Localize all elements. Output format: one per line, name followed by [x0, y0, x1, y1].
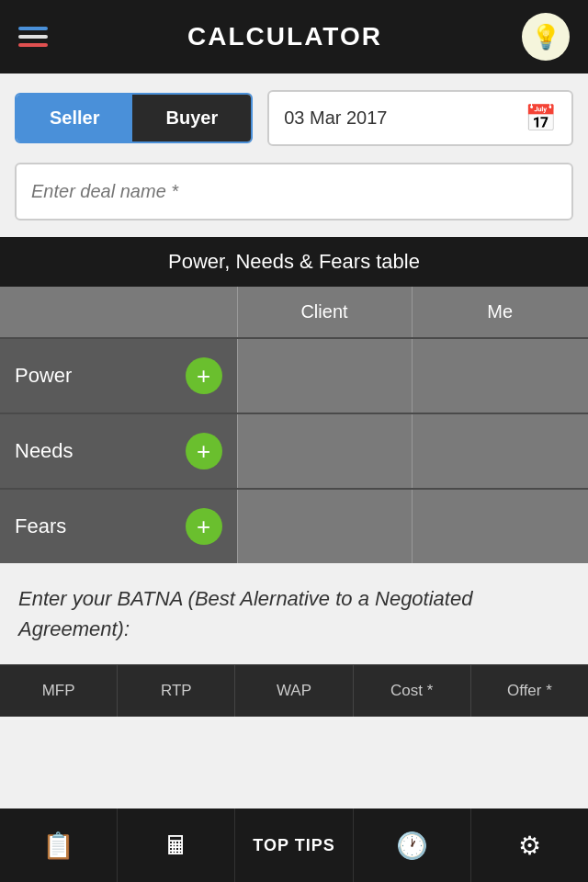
- add-row-button[interactable]: +: [186, 433, 222, 469]
- me-cell[interactable]: [412, 338, 588, 413]
- client-cell[interactable]: [237, 338, 412, 413]
- header: CALCULATOR 💡: [0, 0, 588, 74]
- nav-item-top-tips[interactable]: TOP TIPS: [235, 808, 353, 882]
- table-row: Needs +: [0, 413, 588, 489]
- avatar-icon: 💡: [531, 23, 560, 51]
- nav-item-settings[interactable]: ⚙: [471, 808, 588, 882]
- bottom-tabs: MFPRTPWAPCost *Offer *: [0, 664, 588, 717]
- nav-bar: 📋🖩TOP TIPS🕐⚙: [0, 808, 588, 882]
- deal-name-input[interactable]: [15, 163, 573, 220]
- buyer-button[interactable]: Buyer: [132, 95, 251, 141]
- client-cell[interactable]: [237, 413, 412, 489]
- row-label-cell: Fears +: [0, 489, 237, 563]
- pnf-table: Client Me Power + Needs + Fears +: [0, 287, 588, 563]
- top-controls: Seller Buyer 03 Mar 2017 📅: [0, 74, 588, 163]
- client-cell[interactable]: [237, 489, 412, 563]
- table-row: Fears +: [0, 489, 588, 563]
- nav-item-history[interactable]: 🕐: [354, 808, 471, 882]
- col-header-client: Client: [237, 287, 412, 338]
- add-row-button[interactable]: +: [186, 508, 222, 545]
- me-cell[interactable]: [412, 413, 588, 489]
- row-label-cell: Needs +: [0, 413, 237, 489]
- seller-buyer-toggle: Seller Buyer: [15, 93, 253, 143]
- row-label-text: Needs: [15, 439, 74, 463]
- batna-text: Enter your BATNA (Best Alernative to a N…: [18, 583, 570, 644]
- nav-item-clipboard[interactable]: 📋: [0, 808, 118, 882]
- row-label-text: Power: [15, 364, 72, 388]
- col-header-blank: [0, 287, 237, 338]
- row-label-cell: Power +: [0, 338, 237, 413]
- seller-button[interactable]: Seller: [17, 95, 132, 141]
- table-header-row: Client Me: [0, 287, 588, 338]
- bottom-tab[interactable]: Offer *: [471, 665, 588, 717]
- row-label-text: Fears: [15, 514, 66, 538]
- avatar[interactable]: 💡: [522, 13, 570, 61]
- me-cell[interactable]: [412, 489, 588, 563]
- date-box: 03 Mar 2017 📅: [267, 90, 573, 146]
- bottom-tab[interactable]: WAP: [235, 665, 353, 717]
- menu-line-1: [18, 27, 48, 30]
- nav-top-tips-label: TOP TIPS: [253, 836, 334, 855]
- nav-item-calculator[interactable]: 🖩: [118, 808, 235, 882]
- bottom-tab[interactable]: MFP: [0, 665, 118, 717]
- bottom-tab[interactable]: Cost *: [354, 665, 471, 717]
- table-row: Power +: [0, 338, 588, 413]
- date-text: 03 Mar 2017: [284, 107, 514, 129]
- table-title: Power, Needs & Fears table: [0, 250, 588, 287]
- page-title: CALCULATOR: [187, 22, 382, 51]
- bottom-tab[interactable]: RTP: [118, 665, 235, 717]
- batna-section: Enter your BATNA (Best Alernative to a N…: [0, 563, 588, 664]
- menu-line-2: [18, 35, 48, 39]
- col-header-me: Me: [412, 287, 588, 338]
- menu-line-3: [18, 43, 48, 47]
- table-section: Power, Needs & Fears table Client Me Pow…: [0, 237, 588, 563]
- calendar-icon[interactable]: 📅: [525, 103, 557, 133]
- add-row-button[interactable]: +: [186, 357, 222, 394]
- deal-name-wrapper: [0, 163, 588, 237]
- menu-icon[interactable]: [18, 27, 48, 47]
